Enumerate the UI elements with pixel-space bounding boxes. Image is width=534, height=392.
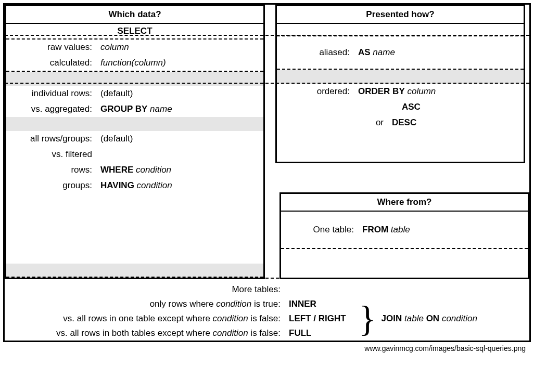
full-join-label: vs. all rows in both tables except where… (10, 328, 286, 338)
calculated-value: function(column) (97, 58, 166, 68)
group-by-arg: name (150, 104, 172, 114)
more-tables-row: More tables: (5, 282, 529, 297)
from-keyword: FROM (362, 225, 388, 234)
full-join-row: vs. all rows in both tables except where… (5, 326, 359, 341)
brace-icon: } (359, 310, 382, 328)
select-keyword: SELECT (6, 24, 263, 40)
aliased-value: AS name (355, 47, 395, 58)
join-keyword: JOIN (382, 313, 402, 323)
raw-values-value: column (97, 42, 129, 53)
full-keyword: FULL (286, 328, 353, 338)
joins-region: More tables: only rows where condition i… (5, 279, 529, 341)
where-value: WHERE condition (97, 165, 171, 175)
aggregated-label: vs. aggregated: (11, 104, 97, 114)
having-keyword: HAVING (100, 180, 134, 190)
grey-divider (277, 70, 524, 84)
leftright-join-label: vs. all rows in one table except where c… (10, 313, 286, 324)
having-row: groups: HAVING condition (6, 178, 263, 193)
where-row: rows: WHERE condition (6, 162, 263, 178)
asc-row: ASC (277, 99, 524, 115)
as-arg: name (373, 47, 395, 57)
which-data-panel: Which data? SELECT raw values: column ca… (5, 5, 265, 279)
grey-divider (6, 264, 263, 278)
where-from-panel: Where from? One table: FROM table (279, 192, 529, 279)
join-clause: JOIN table ON condition (382, 313, 477, 324)
having-arg: condition (137, 180, 172, 190)
inner-join-row: only rows where condition is true: INNER (5, 297, 359, 311)
join-suffix: } JOIN table ON condition (359, 310, 529, 328)
individual-rows-label: individual rows: (11, 88, 97, 99)
filtered-row: vs. filtered (6, 147, 263, 162)
ordered-row: ordered: ORDER BY column (277, 84, 524, 99)
which-data-title: Which data? (6, 6, 263, 24)
all-rows-row: all rows/groups: (default) (6, 131, 263, 147)
where-arg: condition (136, 165, 171, 175)
all-rows-value: (default) (97, 134, 133, 144)
asc-keyword: ASC (355, 102, 421, 112)
presented-panel: Presented how? aliased: AS name ordered:… (275, 5, 525, 163)
one-table-label: One table: (286, 225, 359, 235)
calculated-label: calculated: (11, 58, 97, 68)
having-value: HAVING condition (97, 180, 172, 191)
where-keyword: WHERE (100, 165, 133, 175)
full-dashed-line (5, 278, 529, 279)
source-url: www.gavinmcg.com/images/basic-sql-querie… (3, 342, 531, 352)
presented-title: Presented how? (277, 6, 524, 24)
as-keyword: AS (358, 47, 371, 57)
inner-join-label: only rows where condition is true: (10, 299, 286, 309)
raw-values-label: raw values: (11, 42, 97, 53)
all-rows-label: all rows/groups: (11, 134, 97, 144)
aliased-row: aliased: AS name (277, 36, 524, 69)
on-keyword: ON (426, 313, 440, 323)
ordered-label: ordered: (282, 86, 355, 97)
group-by-keyword: GROUP BY (100, 104, 147, 114)
individual-rows-row: individual rows: (default) (6, 86, 263, 101)
one-table-row: One table: FROM table (281, 212, 528, 248)
individual-rows-value: (default) (97, 88, 133, 99)
from-value: FROM table (359, 225, 410, 235)
aliased-label: aliased: (282, 47, 355, 58)
or-label: or (282, 117, 389, 128)
more-tables-label: More tables: (10, 284, 286, 295)
filtered-label: vs. filtered (11, 149, 97, 160)
aggregated-row: vs. aggregated: GROUP BY name (6, 101, 263, 117)
full-dashed-line (5, 83, 529, 84)
from-arg: table (391, 225, 410, 234)
calculated-row: calculated: function(column) (6, 55, 263, 72)
desc-keyword: DESC (389, 117, 416, 128)
join-table-arg: table (404, 313, 424, 323)
leftright-join-row: vs. all rows in one table except where c… (5, 311, 359, 326)
inner-keyword: INNER (286, 299, 353, 309)
grey-divider (6, 117, 263, 131)
leftright-keyword: LEFT / RIGHT (286, 313, 353, 324)
full-dashed-line (5, 35, 529, 36)
where-from-title: Where from? (281, 194, 528, 212)
desc-row: or DESC (277, 115, 524, 130)
aggregated-value: GROUP BY name (97, 104, 172, 114)
ordered-value: ORDER BY column (355, 86, 436, 97)
groups-label: groups: (11, 180, 97, 191)
join-condition-arg: condition (442, 313, 477, 323)
rows-label: rows: (11, 165, 97, 175)
order-by-arg: column (407, 86, 436, 96)
order-by-keyword: ORDER BY (358, 86, 405, 96)
raw-values-row: raw values: column (6, 40, 263, 55)
